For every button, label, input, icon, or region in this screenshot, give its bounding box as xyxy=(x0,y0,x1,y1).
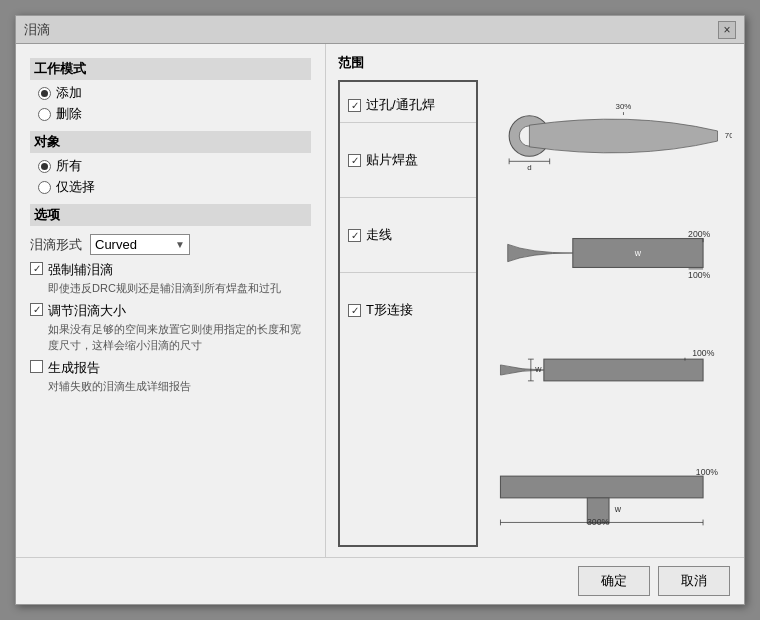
title-bar: 泪滴 × xyxy=(16,16,744,44)
radio-selected-label: 仅选择 xyxy=(56,178,95,196)
adjust-size-label: 调节泪滴大小 xyxy=(48,302,126,320)
scope-smd[interactable]: 贴片焊盘 xyxy=(340,123,476,198)
scope-trace-label: 走线 xyxy=(366,226,392,244)
generate-report-checkbox[interactable]: 生成报告 xyxy=(30,359,311,377)
left-panel: 工作模式 添加 删除 对象 所有 仅 xyxy=(16,44,326,557)
object-header: 对象 xyxy=(30,131,311,153)
ok-button[interactable]: 确定 xyxy=(578,566,650,596)
radio-delete-circle xyxy=(38,108,51,121)
generate-report-box xyxy=(30,360,43,373)
svg-text:200%: 200% xyxy=(688,229,710,239)
svg-text:d: d xyxy=(527,163,531,172)
svg-text:w: w xyxy=(614,504,622,514)
options-header: 选项 xyxy=(30,204,311,226)
scope-trace[interactable]: 走线 xyxy=(340,198,476,273)
adjust-size-desc: 如果没有足够的空间来放置它则使用指定的长度和宽度尺寸，这样会缩小泪滴的尺寸 xyxy=(48,322,311,353)
scope-tjunction-checkbox xyxy=(348,304,361,317)
diagrams-panel: 30% 70% d xyxy=(486,80,732,547)
scope-trace-checkbox xyxy=(348,229,361,242)
main-dialog: 泪滴 × 工作模式 添加 删除 对象 所有 xyxy=(15,15,745,605)
scope-smd-checkbox xyxy=(348,154,361,167)
right-panel: 范围 过孔/通孔焊 贴片焊盘 走线 xyxy=(326,44,744,557)
adjust-size-checkbox[interactable]: 调节泪滴大小 xyxy=(30,302,311,320)
radio-add-label: 添加 xyxy=(56,84,82,102)
bottom-bar: 确定 取消 xyxy=(16,557,744,604)
svg-text:w: w xyxy=(534,364,542,374)
force-teardrop-desc: 即使违反DRC规则还是辅泪滴到所有焊盘和过孔 xyxy=(48,281,311,296)
teardrop-form-select[interactable]: Curved ▼ xyxy=(90,234,190,255)
svg-rect-16 xyxy=(544,359,703,381)
adjust-size-box xyxy=(30,303,43,316)
force-teardrop-checkbox[interactable]: 强制辅泪滴 xyxy=(30,261,311,279)
radio-delete-label: 删除 xyxy=(56,105,82,123)
teardrop-form-row: 泪滴形式 Curved ▼ xyxy=(30,234,311,255)
scope-list: 过孔/通孔焊 贴片焊盘 走线 T形连接 xyxy=(338,80,478,547)
generate-report-label: 生成报告 xyxy=(48,359,100,377)
tjunction-diagram-svg: 100% w 300% xyxy=(486,432,732,542)
via-diagram: 30% 70% d xyxy=(486,80,732,193)
work-mode-header: 工作模式 xyxy=(30,58,311,80)
radio-delete[interactable]: 删除 xyxy=(38,105,311,123)
radio-all-label: 所有 xyxy=(56,157,82,175)
scope-header: 范围 xyxy=(338,54,732,72)
scope-tjunction-label: T形连接 xyxy=(366,301,413,319)
svg-rect-23 xyxy=(500,476,703,498)
radio-all-circle xyxy=(38,160,51,173)
svg-text:100%: 100% xyxy=(692,347,714,357)
radio-all[interactable]: 所有 xyxy=(38,157,311,175)
svg-text:70%: 70% xyxy=(725,132,732,141)
svg-text:100%: 100% xyxy=(696,466,718,476)
tjunction-diagram: 100% w 300% xyxy=(486,430,732,543)
scope-via[interactable]: 过孔/通孔焊 xyxy=(340,88,476,123)
trace-diagram-svg: 100% w xyxy=(486,325,732,415)
radio-selected-circle xyxy=(38,181,51,194)
dialog-body: 工作模式 添加 删除 对象 所有 仅 xyxy=(16,44,744,557)
options-section: 泪滴形式 Curved ▼ 强制辅泪滴 即使违反DRC规则还是辅泪滴到所有焊盘和… xyxy=(30,234,311,401)
force-teardrop-label: 强制辅泪滴 xyxy=(48,261,113,279)
smd-diagram-svg: 200% 100% w xyxy=(486,203,732,303)
scope-via-label: 过孔/通孔焊 xyxy=(366,96,435,114)
scope-smd-label: 贴片焊盘 xyxy=(366,151,418,169)
scope-tjunction[interactable]: T形连接 xyxy=(340,273,476,347)
force-teardrop-box xyxy=(30,262,43,275)
work-mode-radio-group: 添加 删除 xyxy=(38,84,311,123)
trace-diagram: 100% w xyxy=(486,314,732,427)
smd-diagram: 200% 100% w xyxy=(486,197,732,310)
close-button[interactable]: × xyxy=(718,21,736,39)
radio-add[interactable]: 添加 xyxy=(38,84,311,102)
svg-text:30%: 30% xyxy=(616,103,632,112)
svg-text:w: w xyxy=(634,248,642,258)
scope-via-checkbox xyxy=(348,99,361,112)
select-arrow-icon: ▼ xyxy=(175,239,185,250)
cancel-button[interactable]: 取消 xyxy=(658,566,730,596)
dialog-title: 泪滴 xyxy=(24,21,50,39)
svg-text:100%: 100% xyxy=(688,270,710,280)
radio-add-circle xyxy=(38,87,51,100)
generate-report-desc: 对辅失败的泪滴生成详细报告 xyxy=(48,379,311,394)
teardrop-form-value: Curved xyxy=(95,237,137,252)
radio-selected[interactable]: 仅选择 xyxy=(38,178,311,196)
via-diagram-svg: 30% 70% d xyxy=(486,81,732,191)
teardrop-form-label: 泪滴形式 xyxy=(30,236,82,254)
right-content: 过孔/通孔焊 贴片焊盘 走线 T形连接 xyxy=(338,80,732,547)
object-radio-group: 所有 仅选择 xyxy=(38,157,311,196)
